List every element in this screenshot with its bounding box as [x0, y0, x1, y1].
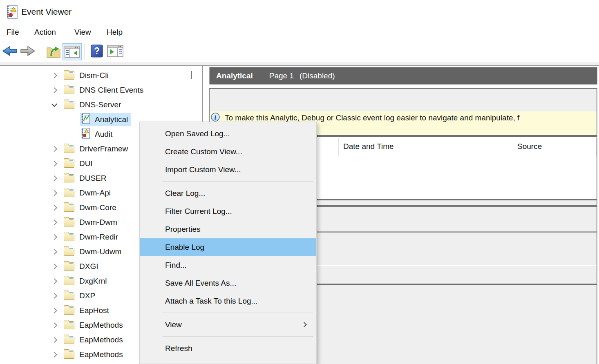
tree-item-label: Dwm-Api: [79, 189, 111, 198]
chevron-up-icon: [191, 71, 192, 79]
menu-bar: File Action View Help: [0, 24, 599, 41]
folder-icon: [64, 71, 74, 80]
folder-up-arrow-icon: [46, 44, 61, 59]
menu-help[interactable]: Help: [107, 24, 123, 41]
chevron-right-icon[interactable]: [51, 264, 57, 269]
help-button[interactable]: ?: [91, 44, 103, 58]
tree-item-label: DxgKrnl: [79, 277, 107, 286]
folder-icon: [64, 174, 74, 182]
export-log-button[interactable]: [46, 44, 61, 59]
folder-icon: [64, 248, 74, 256]
chevron-right-icon[interactable]: [51, 337, 57, 343]
menu-item-attach-task[interactable]: Attach a Task To this Log...: [140, 292, 316, 310]
column-divider[interactable]: [338, 138, 339, 156]
chevron-right-icon[interactable]: [51, 322, 57, 328]
tree-item-label: EapMethods: [79, 350, 123, 359]
chevron-right-icon[interactable]: [51, 175, 57, 181]
action-pane-toggle-icon: [107, 45, 123, 57]
menu-action[interactable]: Action: [34, 24, 56, 41]
folder-icon: [64, 336, 74, 344]
tree-item-dns-server[interactable]: DNS-Server: [0, 98, 202, 112]
event-viewer-app-icon: [6, 4, 18, 21]
event-viewer-window: Event Viewer File Action View Help: [0, 0, 599, 364]
menu-item-properties[interactable]: Properties: [140, 220, 316, 238]
menu-item-enable-log[interactable]: Enable Log: [140, 238, 316, 256]
menu-item-clear-log[interactable]: Clear Log...: [140, 184, 316, 202]
menu-item-find[interactable]: Find...: [140, 256, 316, 274]
toolbar-lower-strip: [0, 62, 599, 65]
menu-file[interactable]: File: [7, 24, 19, 41]
column-header-source[interactable]: Source: [517, 142, 542, 151]
chevron-right-icon[interactable]: [51, 205, 57, 211]
question-mark-icon: ?: [91, 44, 103, 58]
log-title: Analytical: [216, 71, 253, 80]
toolbar: ?: [0, 41, 599, 62]
folder-icon: [64, 101, 74, 109]
tree-item-dns-client-events[interactable]: DNS Client Events: [0, 83, 202, 98]
chevron-right-icon[interactable]: [51, 161, 57, 166]
tree-item-label: Dwm-Core: [79, 203, 116, 212]
tree-selection-highlight: Analytical: [80, 113, 131, 126]
chevron-right-icon[interactable]: [51, 352, 57, 357]
folder-icon: [64, 262, 74, 271]
notice-text: To make this Analytic, Debug or Classic …: [225, 113, 519, 122]
column-header-date-and-time[interactable]: Date and Time: [343, 142, 394, 151]
column-divider[interactable]: [513, 138, 513, 156]
chevron-right-icon[interactable]: [51, 220, 57, 225]
log-header-bar: Analytical Page 1 (Disabled): [209, 67, 597, 84]
back-button[interactable]: [2, 45, 18, 57]
toggle-console-tree-button[interactable]: [63, 43, 82, 60]
chevron-right-icon[interactable]: [51, 278, 57, 284]
tree-item-label: DUSER: [79, 174, 107, 183]
folder-icon: [64, 351, 74, 359]
chevron-right-icon: [302, 322, 307, 327]
tree-scrollbar-up-button[interactable]: [188, 71, 198, 81]
tree-item-label: DUI: [79, 159, 93, 168]
tree-item-label: Analytical: [95, 115, 128, 124]
tree-item-label: DXP: [79, 291, 95, 300]
forward-button[interactable]: [20, 45, 36, 57]
column-divider[interactable]: [596, 138, 597, 156]
menu-item-save-all-events-as[interactable]: Save All Events As...: [140, 274, 316, 292]
context-menu: Open Saved Log... Create Custom View... …: [139, 122, 317, 364]
folder-icon: [64, 204, 74, 212]
menu-item-create-custom-view[interactable]: Create Custom View...: [140, 143, 316, 161]
menu-item-filter-current-log[interactable]: Filter Current Log...: [140, 202, 316, 220]
menu-separator: [140, 179, 316, 184]
chevron-right-icon[interactable]: [51, 73, 57, 78]
menu-item-open-saved-log[interactable]: Open Saved Log...: [140, 125, 316, 143]
menu-item-refresh[interactable]: Refresh: [140, 340, 316, 357]
tree-item-dism-cli[interactable]: Dism-Cli: [0, 68, 202, 83]
folder-icon: [64, 306, 74, 315]
tree-item-label: DriverFramew: [79, 144, 128, 153]
tree-item-label: Dwm-Udwm: [79, 247, 121, 256]
chevron-right-icon[interactable]: [51, 87, 57, 93]
svg-text:?: ?: [94, 46, 100, 56]
chevron-down-icon[interactable]: [51, 101, 57, 107]
folder-icon: [64, 233, 74, 241]
tree-item-label: Dism-Cli: [79, 71, 109, 80]
chevron-right-icon[interactable]: [51, 234, 57, 240]
workspace: Dism-Cli DNS Client Events DNS-Server: [0, 66, 599, 364]
folder-icon: [64, 218, 74, 226]
menu-item-view[interactable]: View: [140, 316, 316, 334]
tree-item-label: DNS Client Events: [79, 86, 143, 95]
chevron-right-icon[interactable]: [51, 146, 57, 152]
folder-icon: [64, 145, 74, 153]
menu-separator: [140, 310, 316, 316]
chevron-right-icon[interactable]: [51, 308, 57, 313]
chevron-right-icon[interactable]: [51, 293, 57, 299]
folder-icon: [64, 189, 74, 197]
console-tree-toggle-icon: [65, 46, 80, 58]
menu-view[interactable]: View: [74, 24, 91, 41]
tree-item-label: EapMethods: [79, 321, 123, 330]
menu-item-import-custom-view[interactable]: Import Custom View...: [140, 161, 316, 179]
toolbar-separator: [85, 44, 85, 59]
chevron-right-icon[interactable]: [51, 249, 57, 255]
log-page: Page 1: [269, 71, 294, 80]
toggle-action-pane-button[interactable]: [107, 45, 123, 57]
chevron-right-icon[interactable]: [51, 190, 57, 196]
window-title: Event Viewer: [21, 0, 72, 24]
tree-item-label: EapMethods: [79, 335, 123, 344]
folder-icon: [64, 292, 74, 300]
